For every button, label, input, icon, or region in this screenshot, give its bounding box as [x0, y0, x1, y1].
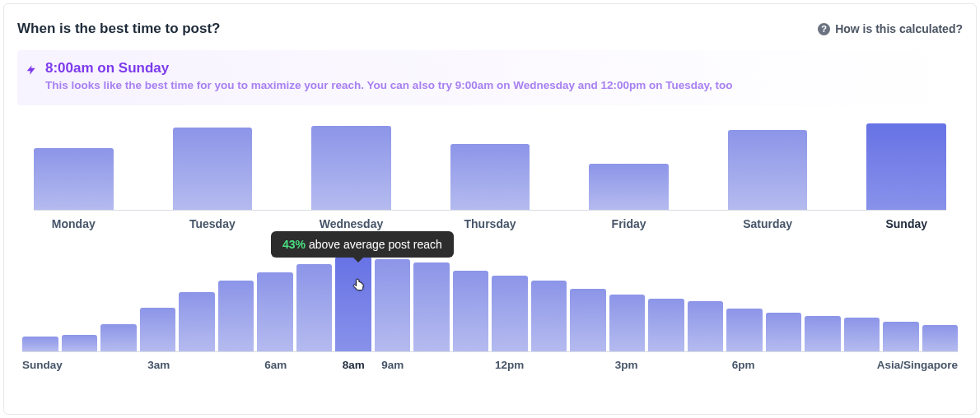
hour-axis-right: Asia/Singapore [877, 359, 958, 371]
day-bar-friday[interactable] [589, 164, 669, 210]
hour-bar-9am[interactable] [375, 259, 411, 351]
help-label: How is this calculated? [835, 22, 963, 35]
best-time-card: When is the best time to post? ? How is … [3, 3, 977, 415]
hour-bar-12pm[interactable] [492, 276, 528, 351]
day-label: Thursday [450, 217, 530, 230]
banner-title: 8:00am on Sunday [45, 60, 732, 77]
hour-bar-11pm[interactable] [922, 325, 959, 351]
hour-chart: Sunday 3am6am8am9am12pm3pm6pm Asia/Singa… [22, 253, 958, 374]
hour-bar-3am[interactable] [140, 308, 176, 351]
day-label: Sunday [866, 217, 946, 230]
hour-bar-9pm[interactable] [844, 318, 880, 351]
hour-bar-8pm[interactable] [805, 316, 841, 351]
hour-tick-label: 3am [147, 359, 170, 371]
day-label: Saturday [728, 217, 808, 230]
tooltip-percent: 43% [282, 238, 306, 251]
hour-bar-11am[interactable] [453, 271, 489, 351]
hour-bar-4pm[interactable] [648, 299, 684, 351]
card-title: When is the best time to post? [17, 21, 221, 37]
banner-subtitle: This looks like the best time for you to… [45, 78, 732, 94]
day-bar-sunday[interactable] [866, 123, 946, 210]
hour-bar-5pm[interactable] [688, 301, 724, 351]
hour-tick-label: 6pm [732, 359, 755, 371]
hour-bar-12am[interactable] [22, 337, 58, 351]
hour-tick-label: 9am [381, 359, 404, 371]
pointer-cursor-icon [352, 276, 366, 294]
day-label: Monday [34, 217, 114, 230]
day-bar-wednesday[interactable] [311, 126, 391, 210]
hour-bar-2pm[interactable] [570, 289, 606, 351]
day-labels-row: MondayTuesdayWednesdayThursdayFridaySatu… [34, 217, 946, 230]
hour-bar-3pm[interactable] [609, 295, 646, 351]
hour-bar-5am[interactable] [218, 281, 254, 351]
hover-tooltip: 43% above average post reach [271, 231, 454, 258]
hour-bar-1am[interactable] [62, 335, 98, 351]
hour-bar-4am[interactable] [179, 292, 215, 351]
day-bar-saturday[interactable] [728, 130, 808, 210]
hour-bars-container [22, 253, 958, 352]
hour-bar-7pm[interactable] [766, 313, 802, 351]
hour-bar-7am[interactable] [296, 264, 333, 351]
hour-bar-6pm[interactable] [726, 309, 763, 351]
hour-bar-2am[interactable] [100, 324, 137, 351]
day-bar-monday[interactable] [34, 148, 114, 210]
day-bars-container [34, 110, 946, 211]
day-bar-tuesday[interactable] [173, 128, 253, 210]
day-label: Friday [589, 217, 669, 230]
day-label: Wednesday [311, 217, 391, 230]
tooltip-text: above average post reach [306, 238, 442, 251]
day-label: Tuesday [173, 217, 253, 230]
hour-tick-label: 3pm [615, 359, 638, 371]
lightning-icon [26, 63, 37, 94]
question-icon: ? [818, 23, 830, 35]
help-link[interactable]: ? How is this calculated? [818, 22, 963, 35]
hour-tick-label: 8am [343, 359, 365, 371]
hour-bar-8am[interactable] [335, 257, 371, 351]
day-bar-thursday[interactable] [450, 144, 530, 210]
hour-tick-label: 6am [264, 359, 287, 371]
day-chart: MondayTuesdayWednesdayThursdayFridaySatu… [34, 110, 946, 234]
hour-bar-1pm[interactable] [531, 281, 567, 351]
hour-axis-row: Sunday 3am6am8am9am12pm3pm6pm Asia/Singa… [22, 359, 958, 374]
hour-bar-10am[interactable] [413, 262, 450, 351]
hour-bar-10pm[interactable] [883, 322, 919, 351]
hour-tick-label: 12pm [495, 359, 524, 371]
recommendation-banner: 8:00am on Sunday This looks like the bes… [17, 50, 963, 105]
hour-bar-6am[interactable] [257, 272, 293, 351]
card-header: When is the best time to post? ? How is … [17, 21, 963, 37]
